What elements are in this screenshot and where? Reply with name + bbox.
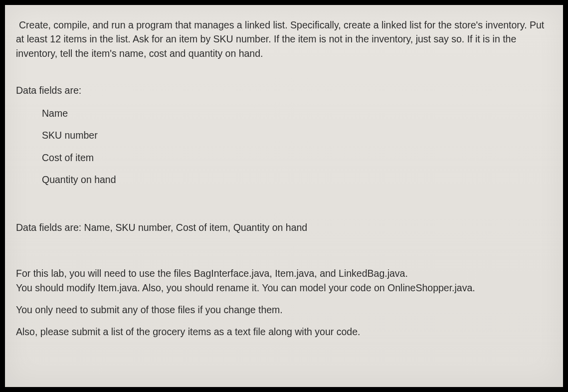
- document-page: Create, compile, and run a program that …: [5, 5, 563, 387]
- field-item-name: Name: [42, 106, 552, 120]
- instruction-grocery-list: Also, please submit a list of the grocer…: [16, 325, 552, 339]
- data-fields-summary: Data fields are: Name, SKU number, Cost …: [16, 220, 552, 234]
- data-fields-heading: Data fields are:: [16, 83, 552, 97]
- instruction-files: For this lab, you will need to use the f…: [16, 266, 552, 295]
- intro-paragraph: Create, compile, and run a program that …: [16, 18, 552, 60]
- field-item-cost: Cost of item: [42, 151, 552, 165]
- field-item-quantity: Quantity on hand: [42, 173, 552, 187]
- instruction-submit: You only need to submit any of those fil…: [16, 303, 552, 317]
- field-item-sku: SKU number: [42, 128, 552, 142]
- data-fields-list: Name SKU number Cost of item Quantity on…: [16, 106, 552, 187]
